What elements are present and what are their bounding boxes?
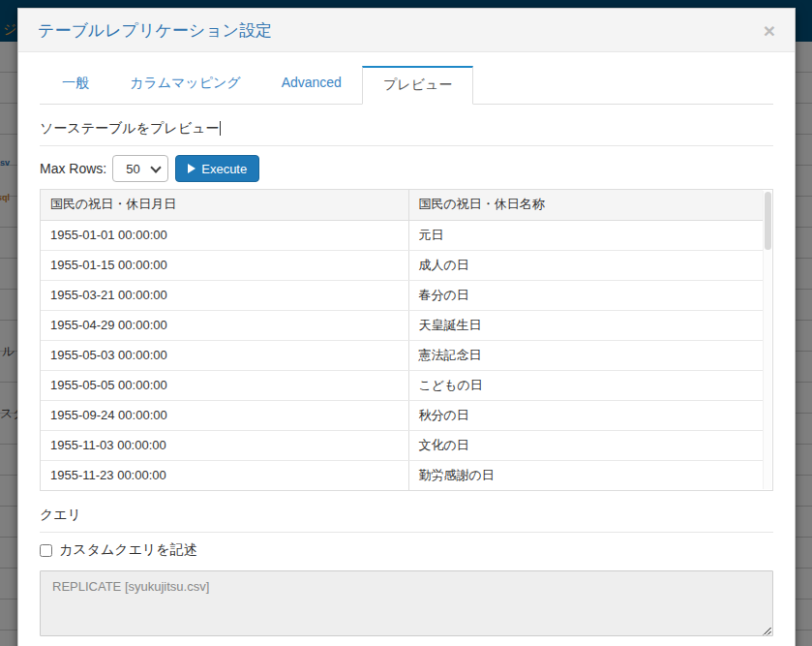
- tab-general[interactable]: 一般: [42, 66, 109, 105]
- holiday-name-cell: こどもの日: [408, 370, 763, 400]
- tab-preview-label: プレビュー: [383, 77, 452, 92]
- execute-button[interactable]: Execute: [175, 155, 259, 182]
- preview-table: 国民の祝日・休日月日 国民の祝日・休日名称 1955-01-01 00:00:0…: [41, 190, 763, 491]
- table-replication-settings-dialog: テーブルレプリケーション設定 × 一般 カラムマッピング Advanced プレ…: [17, 8, 796, 646]
- custom-query-checkbox-row: カスタムクエリを記述: [40, 541, 773, 559]
- holiday-name-cell: 秋分の日: [408, 400, 763, 430]
- max-rows-select[interactable]: 50: [112, 155, 168, 182]
- tab-advanced[interactable]: Advanced: [261, 66, 362, 105]
- execute-button-label: Execute: [201, 162, 247, 176]
- table-row: 1955-03-21 00:00:00 春分の日: [41, 280, 763, 310]
- query-box-wrap: REPLICATE [syukujitsu.csv]: [40, 570, 773, 640]
- table-row: 1955-11-23 00:00:00 勤労感謝の日: [41, 460, 763, 490]
- holiday-date-cell: 1955-03-21 00:00:00: [41, 280, 408, 310]
- custom-query-checkbox[interactable]: [40, 544, 52, 557]
- table-row: 1955-01-15 00:00:00 成人の日: [41, 250, 763, 280]
- holiday-name-cell: 成人の日: [408, 250, 763, 280]
- column-header-holiday-name: 国民の祝日・休日名称: [408, 190, 763, 220]
- column-header-holiday-date: 国民の祝日・休日月日: [41, 190, 408, 220]
- holiday-date-cell: 1955-04-29 00:00:00: [41, 310, 408, 340]
- dialog-title: テーブルレプリケーション設定: [38, 19, 272, 42]
- table-header-row: 国民の祝日・休日月日 国民の祝日・休日名称: [41, 190, 763, 220]
- holiday-date-cell: 1955-01-15 00:00:00: [41, 250, 408, 280]
- close-icon[interactable]: ×: [764, 24, 775, 38]
- query-section-title: クエリ: [40, 501, 773, 533]
- table-row: 1955-05-05 00:00:00 こどもの日: [41, 370, 763, 400]
- tab-column-mapping-label: カラムマッピング: [130, 75, 241, 90]
- query-textarea[interactable]: REPLICATE [syukujitsu.csv]: [40, 570, 773, 636]
- tab-preview[interactable]: プレビュー: [362, 66, 473, 105]
- holiday-date-cell: 1955-01-01 00:00:00: [41, 220, 408, 250]
- holiday-date-cell: 1955-05-05 00:00:00: [41, 370, 408, 400]
- holiday-name-cell: 文化の日: [408, 430, 763, 460]
- preview-section-title-text: ソーステーブルをプレビュー: [40, 120, 219, 136]
- table-row: 1955-01-01 00:00:00 元日: [41, 220, 763, 250]
- table-row: 1955-04-29 00:00:00 天皇誕生日: [41, 310, 763, 340]
- dialog-body: 一般 カラムマッピング Advanced プレビュー ソーステーブルをプレビュー…: [18, 66, 795, 646]
- table-row: 1955-11-03 00:00:00 文化の日: [41, 430, 763, 460]
- holiday-name-cell: 元日: [408, 220, 763, 250]
- table-row: 1955-05-03 00:00:00 憲法記念日: [41, 340, 763, 370]
- table-scrollbar-thumb[interactable]: [765, 192, 771, 250]
- holiday-name-cell: 天皇誕生日: [408, 310, 763, 340]
- tab-advanced-label: Advanced: [282, 75, 342, 90]
- holiday-name-cell: 春分の日: [408, 280, 763, 310]
- preview-section-title: ソーステーブルをプレビュー: [40, 114, 773, 146]
- play-icon: [188, 164, 195, 173]
- table-row: 1955-09-24 00:00:00 秋分の日: [41, 400, 763, 430]
- custom-query-checkbox-label: カスタムクエリを記述: [59, 541, 197, 559]
- preview-controls: Max Rows: 50 Execute: [40, 155, 773, 182]
- holiday-date-cell: 1955-05-03 00:00:00: [41, 340, 408, 370]
- holiday-date-cell: 1955-11-23 00:00:00: [41, 460, 408, 490]
- text-cursor: [220, 121, 221, 136]
- holiday-date-cell: 1955-11-03 00:00:00: [41, 430, 408, 460]
- preview-table-container: 国民の祝日・休日月日 国民の祝日・休日名称 1955-01-01 00:00:0…: [40, 189, 773, 491]
- dialog-header: テーブルレプリケーション設定 ×: [18, 9, 795, 52]
- tab-column-mapping[interactable]: カラムマッピング: [109, 66, 261, 105]
- max-rows-select-wrap: 50: [112, 155, 168, 182]
- table-body: 1955-01-01 00:00:00 元日 1955-01-15 00:00:…: [41, 220, 763, 490]
- tab-general-label: 一般: [62, 75, 89, 90]
- holiday-date-cell: 1955-09-24 00:00:00: [41, 400, 408, 430]
- holiday-name-cell: 勤労感謝の日: [408, 460, 763, 490]
- tab-bar: 一般 カラムマッピング Advanced プレビュー: [40, 66, 773, 105]
- max-rows-label: Max Rows:: [40, 161, 106, 176]
- holiday-name-cell: 憲法記念日: [408, 340, 763, 370]
